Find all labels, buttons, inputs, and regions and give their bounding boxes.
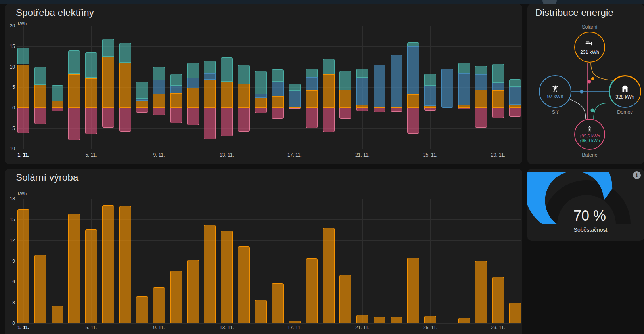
bar-segment-battery-discharge[interactable]	[221, 57, 233, 82]
bar-segment-returned-to-grid-battery-charge[interactable]	[170, 108, 182, 123]
bar-segment-returned-to-grid-battery-charge[interactable]	[391, 108, 402, 112]
bar-segment-grid-consumed[interactable]	[289, 91, 301, 107]
bar-segment-solar-consumed[interactable]	[509, 105, 521, 108]
bar-segment-grid-consumed[interactable]	[458, 73, 470, 105]
bar-segment-returned-to-grid-battery-charge[interactable]	[238, 108, 250, 132]
bar-solar-production[interactable]	[391, 317, 402, 323]
bar-solar-production[interactable]	[475, 261, 487, 323]
bar-segment-grid-consumed[interactable]	[356, 78, 368, 105]
bar-segment-grid-consumed[interactable]	[407, 46, 419, 94]
bar-segment-solar-consumed[interactable]	[475, 90, 487, 108]
bar-segment-battery-discharge[interactable]	[187, 63, 199, 78]
bar-segment-returned-to-grid-battery-charge[interactable]	[306, 108, 318, 128]
bar-segment-solar-consumed[interactable]	[458, 105, 470, 108]
bar-segment-battery-discharge[interactable]	[424, 74, 436, 86]
bar-segment-grid-consumed[interactable]	[68, 74, 80, 74]
bar-solar-production[interactable]	[102, 205, 114, 323]
bar-segment-solar-consumed[interactable]	[306, 90, 318, 108]
bar-segment-solar-consumed[interactable]	[204, 80, 216, 108]
bar-segment-battery-discharge[interactable]	[509, 79, 521, 87]
bar-segment-battery-discharge[interactable]	[289, 84, 301, 91]
battery-node[interactable]: ↓95,6 kWh ↑95,9 kWh	[574, 119, 605, 150]
bar-solar-production[interactable]	[339, 275, 351, 323]
bar-segment-grid-consumed[interactable]	[170, 86, 182, 93]
bar-solar-production[interactable]	[52, 306, 63, 323]
bar-solar-production[interactable]	[221, 231, 233, 323]
bar-segment-solar-consumed[interactable]	[492, 90, 504, 108]
bar-solar-production[interactable]	[68, 214, 80, 323]
bar-segment-returned-to-grid-battery-charge[interactable]	[119, 108, 131, 132]
bar-segment-grid-consumed[interactable]	[424, 86, 436, 106]
bar-segment-battery-discharge[interactable]	[102, 39, 114, 56]
bar-segment-grid-consumed[interactable]	[136, 99, 148, 101]
bar-solar-production[interactable]	[289, 321, 301, 323]
bar-segment-solar-consumed[interactable]	[119, 63, 131, 108]
bar-segment-grid-consumed[interactable]	[255, 94, 267, 98]
bar-solar-production[interactable]	[323, 228, 335, 323]
bar-segment-returned-to-grid-battery-charge[interactable]	[221, 108, 233, 136]
bar-segment-solar-consumed[interactable]	[272, 96, 284, 108]
bar-solar-production[interactable]	[170, 271, 182, 323]
bar-segment-returned-to-grid-battery-charge[interactable]	[374, 108, 385, 112]
bar-segment-battery-discharge[interactable]	[238, 65, 250, 84]
bar-segment-solar-consumed[interactable]	[407, 94, 419, 108]
bar-segment-grid-consumed[interactable]	[441, 69, 453, 108]
bar-solar-production[interactable]	[509, 303, 521, 323]
bar-segment-returned-to-grid-battery-charge[interactable]	[339, 108, 351, 119]
bar-segment-battery-discharge[interactable]	[153, 67, 165, 80]
bar-segment-solar-consumed[interactable]	[323, 74, 335, 108]
bar-segment-solar-consumed[interactable]	[187, 88, 199, 108]
bar-segment-returned-to-grid-battery-charge[interactable]	[475, 108, 487, 128]
bar-segment-battery-discharge[interactable]	[339, 71, 351, 90]
grid-node[interactable]: 97 kWh	[539, 75, 571, 108]
bar-segment-grid-consumed[interactable]	[374, 65, 385, 107]
bar-segment-returned-to-grid-battery-charge[interactable]	[458, 108, 470, 109]
bar-segment-grid-consumed[interactable]	[204, 73, 216, 79]
bar-segment-returned-to-grid-battery-charge[interactable]	[17, 108, 29, 133]
bar-solar-production[interactable]	[187, 260, 199, 323]
bar-segment-returned-to-grid-battery-charge[interactable]	[52, 108, 63, 111]
bar-segment-battery-discharge[interactable]	[119, 43, 131, 63]
bar-segment-battery-discharge[interactable]	[85, 52, 97, 78]
bar-segment-battery-discharge[interactable]	[136, 82, 148, 99]
bar-segment-solar-consumed[interactable]	[68, 74, 80, 108]
bar-solar-production[interactable]	[424, 316, 436, 323]
bar-solar-production[interactable]	[458, 318, 470, 323]
bar-segment-returned-to-grid-battery-charge[interactable]	[356, 108, 368, 111]
bar-segment-grid-consumed[interactable]	[391, 55, 402, 107]
bar-segment-solar-consumed[interactable]	[52, 101, 63, 108]
bar-segment-solar-consumed[interactable]	[17, 65, 29, 108]
bar-solar-production[interactable]	[34, 255, 46, 323]
bar-solar-production[interactable]	[17, 209, 29, 323]
bar-segment-grid-consumed[interactable]	[153, 80, 165, 94]
bar-solar-production[interactable]	[238, 246, 250, 323]
home-node[interactable]: 328 kWh	[609, 75, 641, 108]
bar-solar-production[interactable]	[306, 258, 318, 323]
bar-segment-returned-to-grid-battery-charge[interactable]	[102, 108, 114, 128]
bar-solar-production[interactable]	[272, 283, 284, 323]
bar-segment-battery-discharge[interactable]	[204, 61, 216, 73]
bar-solar-production[interactable]	[85, 229, 97, 323]
bar-segment-returned-to-grid-battery-charge[interactable]	[255, 108, 267, 113]
bar-segment-grid-consumed[interactable]	[306, 77, 318, 90]
bar-solar-production[interactable]	[374, 317, 385, 323]
bar-segment-battery-discharge[interactable]	[272, 69, 284, 82]
bar-segment-solar-consumed[interactable]	[221, 82, 233, 108]
bar-segment-solar-consumed[interactable]	[85, 78, 97, 108]
bar-segment-solar-consumed[interactable]	[356, 105, 368, 108]
bar-segment-returned-to-grid-battery-charge[interactable]	[34, 108, 46, 124]
bar-solar-production[interactable]	[119, 206, 131, 323]
consumption-chart[interactable]: 201510505101. 11.5. 11.9. 11.13. 11.17. …	[5, 4, 522, 164]
bar-segment-battery-discharge[interactable]	[323, 59, 335, 74]
bar-segment-returned-to-grid-battery-charge[interactable]	[68, 108, 80, 140]
bar-segment-returned-to-grid-battery-charge[interactable]	[153, 108, 165, 115]
bar-segment-battery-discharge[interactable]	[17, 48, 29, 64]
bar-segment-battery-discharge[interactable]	[475, 66, 487, 75]
bar-segment-returned-to-grid-battery-charge[interactable]	[424, 108, 436, 111]
bar-solar-production[interactable]	[407, 258, 419, 323]
bar-solar-production[interactable]	[204, 225, 216, 323]
bar-segment-battery-discharge[interactable]	[170, 74, 182, 86]
bar-segment-solar-consumed[interactable]	[34, 85, 46, 108]
bar-solar-production[interactable]	[153, 287, 165, 323]
solar-node[interactable]: 231 kWh	[574, 32, 605, 63]
